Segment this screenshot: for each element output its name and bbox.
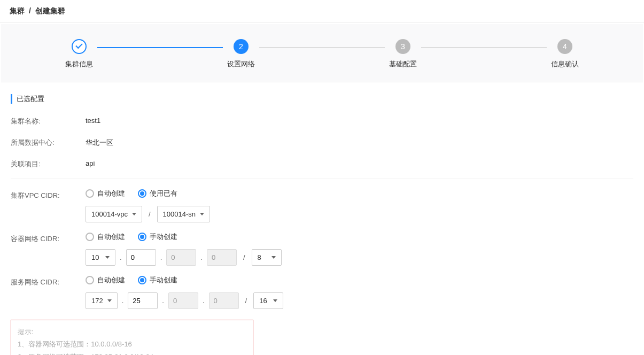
row-project: 关联项目: api bbox=[11, 157, 633, 169]
chevron-down-icon bbox=[271, 256, 276, 259]
hint-line-1: 1、容器网络可选范围：10.0.0.0/8-16 bbox=[18, 338, 246, 350]
value-project: api bbox=[86, 157, 95, 167]
slash: / bbox=[149, 210, 151, 218]
container-mask[interactable]: 8 bbox=[252, 249, 282, 266]
service-oct4 bbox=[209, 292, 239, 309]
container-oct4 bbox=[207, 249, 237, 266]
radio-vpc-auto[interactable]: 自动创建 bbox=[86, 189, 125, 198]
step-1[interactable]: 集群信息 bbox=[65, 39, 93, 69]
radio-icon bbox=[138, 189, 146, 198]
container-radio-group: 自动创建 手动创建 bbox=[86, 232, 282, 242]
chevron-down-icon bbox=[273, 299, 277, 302]
radio-container-auto[interactable]: 自动创建 bbox=[86, 232, 125, 242]
value-datacenter: 华北一区 bbox=[86, 136, 113, 148]
radio-service-auto[interactable]: 自动创建 bbox=[86, 275, 125, 285]
row-datacenter: 所属数据中心: 华北一区 bbox=[11, 136, 633, 148]
radio-service-manual[interactable]: 手动创建 bbox=[138, 275, 177, 285]
select-vpc[interactable]: 100014-vpc bbox=[86, 206, 142, 222]
step-circle: 2 bbox=[234, 39, 249, 54]
container-oct2[interactable] bbox=[126, 249, 156, 266]
radio-icon bbox=[138, 233, 146, 241]
service-mask[interactable]: 16 bbox=[253, 292, 283, 309]
radio-icon bbox=[86, 233, 94, 241]
breadcrumb-current: 创建集群 bbox=[35, 6, 65, 15]
label-container-cidr: 容器网络 CIDR: bbox=[11, 232, 86, 244]
radio-icon bbox=[86, 276, 94, 284]
breadcrumb-sep: / bbox=[29, 6, 31, 15]
container-oct1[interactable]: 10 bbox=[86, 249, 115, 266]
container-cidr-row: 10 . . . / 8 bbox=[86, 249, 282, 266]
step-line bbox=[97, 47, 223, 48]
hint-title: 提示: bbox=[18, 326, 246, 338]
chevron-down-icon bbox=[132, 213, 136, 215]
chevron-down-icon bbox=[105, 256, 110, 259]
service-oct2[interactable] bbox=[128, 292, 158, 309]
label-project: 关联项目: bbox=[11, 157, 86, 169]
radio-icon bbox=[86, 189, 94, 198]
hint-line-2: 2、服务网络可选范围：172.25-31.0.0/16-24 bbox=[18, 351, 246, 355]
radio-container-manual[interactable]: 手动创建 bbox=[138, 232, 177, 242]
label-service-cidr: 服务网络 CIDR: bbox=[11, 275, 86, 287]
chevron-down-icon bbox=[200, 213, 204, 215]
label-vpc-cidr: 集群VPC CIDR: bbox=[11, 189, 86, 200]
hint-box: 提示: 1、容器网络可选范围：10.0.0.0/8-16 2、服务网络可选范围：… bbox=[11, 320, 253, 355]
label-cluster-name: 集群名称: bbox=[11, 114, 86, 126]
section-title: 已选配置 bbox=[11, 94, 633, 104]
row-container-cidr: 容器网络 CIDR: 自动创建 手动创建 10 . . bbox=[11, 232, 633, 266]
divider bbox=[11, 179, 633, 179]
container-oct3 bbox=[166, 249, 196, 266]
row-vpc-cidr: 集群VPC CIDR: 自动创建 使用已有 100014-vpc / bbox=[11, 189, 633, 222]
check-icon bbox=[72, 39, 87, 54]
row-cluster-name: 集群名称: test1 bbox=[11, 114, 633, 126]
service-cidr-row: 172 . . . / 16 bbox=[86, 292, 283, 309]
step-line bbox=[259, 47, 385, 48]
step-circle: 4 bbox=[557, 39, 572, 54]
step-circle: 3 bbox=[395, 39, 410, 54]
vpc-select-row: 100014-vpc / 100014-sn bbox=[86, 206, 210, 222]
step-3[interactable]: 3 基础配置 bbox=[389, 39, 417, 69]
label-datacenter: 所属数据中心: bbox=[11, 136, 86, 148]
content: 已选配置 集群名称: test1 所属数据中心: 华北一区 关联项目: api … bbox=[0, 83, 644, 355]
radio-icon bbox=[138, 276, 146, 284]
step-4[interactable]: 4 信息确认 bbox=[551, 39, 579, 69]
step-line bbox=[421, 47, 547, 48]
radio-vpc-exist[interactable]: 使用已有 bbox=[138, 189, 177, 198]
vpc-radio-group: 自动创建 使用已有 bbox=[86, 189, 210, 198]
service-oct3 bbox=[168, 292, 198, 309]
service-radio-group: 自动创建 手动创建 bbox=[86, 275, 283, 285]
step-2[interactable]: 2 设置网络 bbox=[227, 39, 255, 69]
value-cluster-name: test1 bbox=[86, 114, 100, 125]
breadcrumb: 集群 / 创建集群 bbox=[0, 0, 644, 23]
stepper: 集群信息 2 设置网络 3 基础配置 4 信息确认 bbox=[1, 24, 643, 82]
select-subnet[interactable]: 100014-sn bbox=[157, 206, 210, 222]
service-oct1[interactable]: 172 bbox=[86, 292, 118, 309]
chevron-down-icon bbox=[107, 299, 112, 302]
breadcrumb-parent[interactable]: 集群 bbox=[10, 6, 25, 15]
row-service-cidr: 服务网络 CIDR: 自动创建 手动创建 172 . . bbox=[11, 275, 633, 309]
